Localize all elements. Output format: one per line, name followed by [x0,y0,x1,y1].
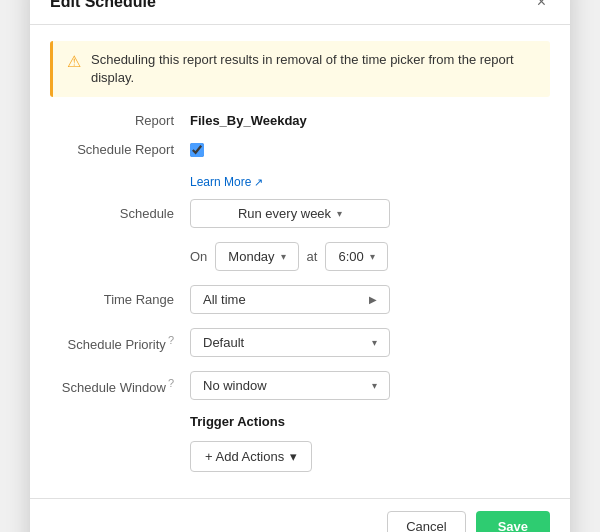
schedule-report-checkbox[interactable] [190,143,204,157]
add-actions-label: + Add Actions [205,449,284,464]
report-value: Files_By_Weekday [190,113,550,128]
cancel-button[interactable]: Cancel [387,511,465,532]
save-button[interactable]: Save [476,511,550,532]
priority-dropdown-label: Default [203,335,244,350]
schedule-priority-row: Schedule Priority? Default ▾ [50,328,550,357]
add-actions-button[interactable]: + Add Actions ▾ [190,441,312,472]
time-caret-icon: ▾ [370,251,375,262]
time-dropdown-label: 6:00 [338,249,363,264]
report-label: Report [50,113,190,128]
time-range-dropdown[interactable]: All time ▶ [190,285,390,314]
form-area: Report Files_By_Weekday Schedule Report … [30,113,570,498]
schedule-window-row: Schedule Window? No window ▾ [50,371,550,400]
time-range-label: Time Range [50,292,190,307]
at-label: at [307,249,318,264]
priority-help-icon: ? [168,334,174,346]
schedule-dropdown-label: Run every week [238,206,331,221]
day-caret-icon: ▾ [281,251,286,262]
time-range-dropdown-label: All time [203,292,246,307]
close-button[interactable]: × [533,0,550,12]
learn-more-link[interactable]: Learn More ↗ [190,175,263,189]
window-dropdown-label: No window [203,378,267,393]
modal-title: Edit Schedule [50,0,156,11]
time-range-arrow-icon: ▶ [369,294,377,305]
schedule-window-label: Schedule Window? [50,377,190,395]
schedule-report-checkbox-wrap [190,143,204,157]
add-actions-caret-icon: ▾ [290,449,297,464]
modal-footer: Cancel Save [30,498,570,532]
priority-caret-icon: ▾ [372,337,377,348]
window-help-icon: ? [168,377,174,389]
on-at-row: On Monday ▾ at 6:00 ▾ [190,242,550,271]
schedule-report-row: Schedule Report [50,142,550,157]
schedule-label: Schedule [50,206,190,221]
schedule-dropdown[interactable]: Run every week ▾ [190,199,390,228]
schedule-report-label: Schedule Report [50,142,190,157]
learn-more-label: Learn More [190,175,251,189]
modal-header: Edit Schedule × [30,0,570,25]
day-dropdown[interactable]: Monday ▾ [215,242,298,271]
schedule-priority-label: Schedule Priority? [50,334,190,352]
schedule-window-dropdown[interactable]: No window ▾ [190,371,390,400]
warning-banner: ⚠ Scheduling this report results in remo… [50,41,550,97]
trigger-actions-section: Trigger Actions + Add Actions ▾ [50,414,550,472]
day-dropdown-label: Monday [228,249,274,264]
time-dropdown[interactable]: 6:00 ▾ [325,242,387,271]
trigger-actions-label: Trigger Actions [190,414,550,429]
window-caret-icon: ▾ [372,380,377,391]
warning-text: Scheduling this report results in remova… [91,51,536,87]
schedule-caret-icon: ▾ [337,208,342,219]
time-range-row: Time Range All time ▶ [50,285,550,314]
edit-schedule-modal: Edit Schedule × ⚠ Scheduling this report… [30,0,570,532]
warning-icon: ⚠ [67,52,81,71]
schedule-priority-dropdown[interactable]: Default ▾ [190,328,390,357]
report-row: Report Files_By_Weekday [50,113,550,128]
on-label: On [190,249,207,264]
schedule-row: Schedule Run every week ▾ [50,199,550,228]
external-link-icon: ↗ [254,176,263,189]
